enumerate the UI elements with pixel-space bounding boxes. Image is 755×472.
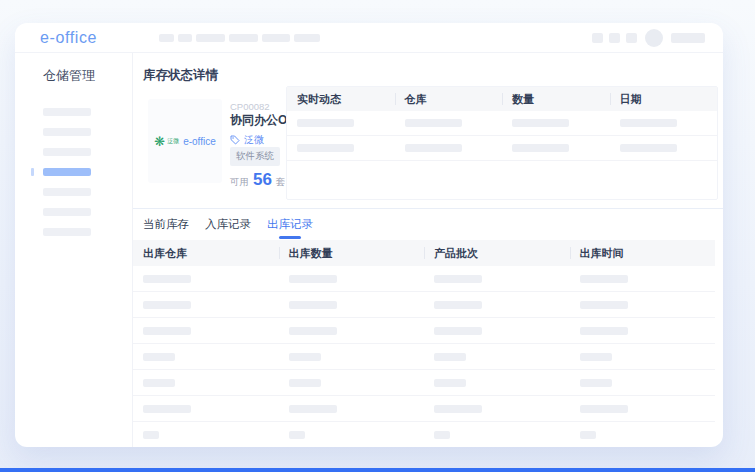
cell-placeholder (434, 275, 482, 283)
sidebar-item-4[interactable] (15, 188, 132, 196)
table-cell (133, 353, 279, 361)
cell-placeholder (289, 275, 337, 283)
nav-item-placeholder[interactable] (262, 34, 290, 42)
table-cell (395, 144, 503, 152)
table-cell (133, 301, 279, 309)
table-cell (610, 144, 718, 152)
table-row (133, 318, 715, 344)
cell-placeholder (512, 144, 569, 152)
table-cell (570, 431, 716, 439)
cell-placeholder (512, 119, 569, 127)
column-header: 出库数量 (279, 246, 425, 261)
cell-placeholder (143, 327, 191, 335)
sidebar-item-0[interactable] (15, 108, 132, 116)
nav-item-placeholder[interactable] (294, 34, 320, 42)
section-divider (133, 208, 723, 209)
table-row (133, 266, 715, 292)
tab-入库记录[interactable]: 入库记录 (205, 217, 251, 239)
table-cell (287, 144, 395, 152)
table-cell (424, 353, 570, 361)
toolbar-icon-placeholder[interactable] (626, 33, 637, 43)
main-content: 库存状态详情 ❋ 泛微 e-office CP00082 协同办公OA 泛微 软… (133, 53, 723, 447)
toolbar-icon-placeholder[interactable] (592, 33, 603, 43)
sidebar-item-placeholder (43, 208, 91, 216)
cell-placeholder (297, 144, 354, 152)
column-header: 实时动态 (287, 92, 395, 107)
cell-placeholder (143, 379, 175, 387)
table-cell (133, 379, 279, 387)
column-header: 出库时间 (570, 246, 716, 261)
table-cell (502, 119, 610, 127)
table-cell (133, 275, 279, 283)
sidebar-item-6[interactable] (15, 228, 132, 236)
top-bar: e-office (15, 23, 723, 53)
table-cell (279, 431, 425, 439)
tab-当前库存[interactable]: 当前库存 (143, 217, 189, 239)
cell-placeholder (289, 405, 337, 413)
nav-item-placeholder[interactable] (196, 34, 225, 42)
cell-placeholder (434, 353, 466, 361)
sidebar-item-placeholder (43, 228, 91, 236)
sidebar-item-1[interactable] (15, 128, 132, 136)
record-tabs: 当前库存入库记录出库记录 (143, 217, 313, 239)
records-table-body (133, 266, 715, 447)
available-value: 56 (253, 170, 272, 190)
avatar[interactable] (645, 29, 663, 47)
eoffice-logo: e-office (40, 29, 97, 47)
cell-placeholder (289, 431, 305, 439)
table-cell (279, 275, 425, 283)
username-placeholder (671, 33, 705, 43)
column-header: 日期 (610, 92, 718, 107)
table-cell (610, 119, 718, 127)
nav-item-placeholder[interactable] (178, 34, 192, 42)
column-header: 数量 (502, 92, 610, 107)
status-table: 实时动态仓库数量日期 (286, 86, 718, 200)
table-cell (287, 119, 395, 127)
table-cell (133, 327, 279, 335)
tab-出库记录[interactable]: 出库记录 (267, 217, 313, 239)
table-cell (570, 327, 716, 335)
sidebar-item-placeholder (43, 148, 91, 156)
table-row (287, 136, 717, 161)
cell-placeholder (143, 405, 191, 413)
product-image-brand-cn: 泛微 (167, 138, 179, 144)
column-header: 仓库 (395, 92, 503, 107)
product-code: CP00082 (230, 101, 270, 112)
table-cell (424, 379, 570, 387)
window-body: 仓储管理 库存状态详情 ❋ 泛微 e-office CP00082 协同办公OA… (15, 53, 723, 447)
cell-placeholder (580, 327, 628, 335)
nav-item-placeholder[interactable] (159, 34, 174, 42)
toolbar-icon-placeholder[interactable] (609, 33, 620, 43)
bottom-accent-bar (0, 468, 755, 472)
table-cell (424, 431, 570, 439)
table-cell (424, 301, 570, 309)
weaver-flower-icon: ❋ (154, 135, 165, 148)
cell-placeholder (434, 379, 466, 387)
cell-placeholder (434, 405, 482, 413)
table-row (133, 344, 715, 370)
table-cell (279, 301, 425, 309)
nav-item-placeholder[interactable] (229, 34, 258, 42)
cell-placeholder (580, 405, 628, 413)
cell-placeholder (434, 327, 482, 335)
column-header: 产品批次 (424, 246, 570, 261)
table-cell (279, 327, 425, 335)
cell-placeholder (289, 301, 337, 309)
table-cell (279, 405, 425, 413)
sidebar-item-2[interactable] (15, 148, 132, 156)
table-row (287, 111, 717, 136)
available-unit: 套 (276, 176, 286, 189)
sidebar-item-placeholder (43, 128, 91, 136)
records-table: 出库仓库出库数量产品批次出库时间 (133, 240, 715, 447)
cell-placeholder (580, 275, 628, 283)
cell-placeholder (580, 301, 628, 309)
table-cell (279, 379, 425, 387)
cell-placeholder (405, 119, 462, 127)
cell-placeholder (143, 301, 191, 309)
sidebar-item-5[interactable] (15, 208, 132, 216)
sidebar-item-3[interactable] (15, 168, 132, 176)
table-cell (133, 405, 279, 413)
sidebar-item-placeholder (43, 188, 91, 196)
tag-icon (230, 135, 240, 145)
page-title: 库存状态详情 (143, 67, 218, 84)
